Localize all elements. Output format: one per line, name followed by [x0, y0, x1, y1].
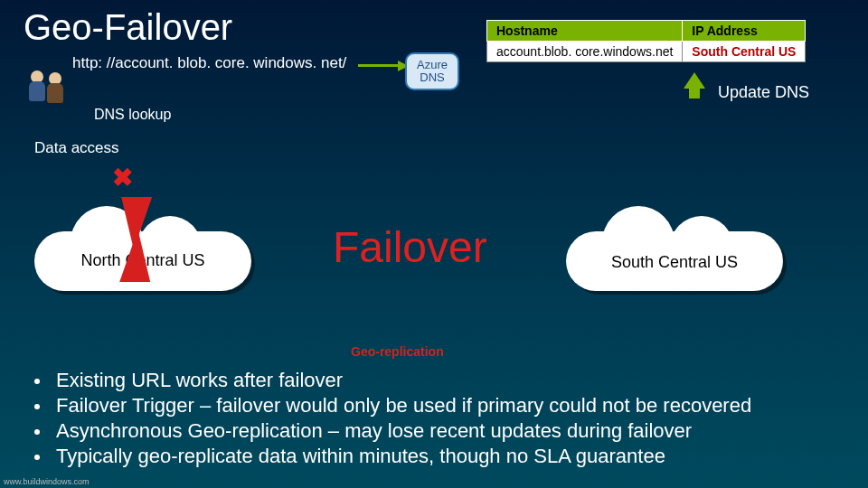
slide-title: Geo-Failover [24, 7, 232, 48]
hostname-cell: account.blob. core.windows.net [487, 42, 683, 62]
update-dns-label: Update DNS [718, 83, 809, 102]
bullet-list: Existing URL works after failover Failov… [29, 369, 861, 470]
table-row: Hostname IP Address [487, 21, 806, 42]
cloud-south-label: South Central US [566, 253, 783, 272]
dns-lookup-label: DNS lookup [94, 107, 171, 123]
hostname-header: Hostname [487, 21, 683, 42]
footer-url: www.buildwindows.com [4, 477, 90, 486]
ip-cell: South Central US [683, 42, 806, 62]
failure-x-icon: ✖ [112, 163, 133, 192]
table-row: account.blob. core.windows.net South Cen… [487, 42, 806, 62]
geo-replication-label: Geo-replication [351, 344, 444, 359]
ip-header: IP Address [683, 21, 806, 42]
arrow-url-to-dns [358, 64, 400, 67]
azure-dns-line1: Azure [407, 59, 458, 71]
lightning-bolt-icon [110, 197, 152, 249]
failover-label: Failover [333, 222, 487, 272]
list-item: Typically geo-replicate data within minu… [29, 445, 861, 468]
list-item: Failover Trigger – failover would only b… [29, 394, 861, 418]
url-label: http: //account. blob. core. windows. ne… [72, 54, 346, 72]
data-access-label: Data access [34, 139, 119, 157]
update-arrow-icon [684, 72, 705, 89]
list-item: Existing URL works after failover [29, 369, 861, 392]
list-item: Asynchronous Geo-replication – may lose … [29, 419, 861, 443]
azure-dns-line2: DNS [407, 71, 458, 84]
cloud-south: South Central US [566, 206, 783, 296]
dns-table: Hostname IP Address account.blob. core.w… [486, 20, 806, 62]
azure-dns-box: Azure DNS [405, 52, 459, 90]
users-icon [27, 69, 65, 107]
